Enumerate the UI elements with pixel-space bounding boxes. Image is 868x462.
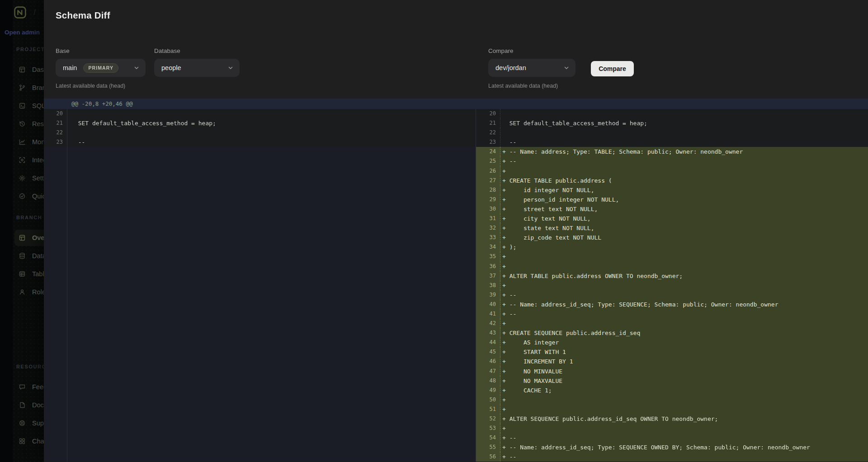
diff-row: 27+ CREATE TABLE public.address ( (44, 176, 868, 185)
diff-right-line-content: + INCREMENT BY 1 (500, 357, 868, 366)
diff-row: 45+ START WITH 1 (44, 347, 868, 357)
diff-left-line-content (67, 452, 476, 462)
diff-right-line-number: 39 (476, 290, 500, 300)
diff-left-line-number (44, 367, 67, 376)
diff-left-line-number (44, 185, 67, 195)
diff-row: 46+ INCREMENT BY 1 (44, 357, 868, 366)
base-branch-select[interactable]: main PRIMARY (56, 59, 146, 77)
diff-right-line-number: 41 (476, 309, 500, 319)
modal-backdrop[interactable] (0, 0, 44, 462)
diff-left-line-content (67, 109, 476, 118)
diff-right-line-number: 36 (476, 262, 500, 271)
diff-row: 54+ -- (44, 433, 868, 443)
diff-row: 44+ AS integer (44, 338, 868, 347)
diff-left-line-number (44, 233, 67, 242)
diff-left-line-number (44, 452, 67, 462)
diff-right-line-number: 24 (476, 147, 500, 156)
diff-left-line-number (44, 357, 67, 366)
chevron-down-icon (134, 65, 139, 71)
diff-left-line-number (44, 347, 67, 357)
diff-right-line-content: + -- Name: address_id_seq; Type: SEQUENC… (500, 300, 868, 309)
diff-row: 2020 (44, 109, 868, 118)
diff-left-line-content (67, 233, 476, 242)
diff-hunk-header: @@ -20,8 +20,46 @@ (44, 99, 868, 109)
diff-right-line-content: + AS integer (500, 338, 868, 347)
diff-right-line-number: 45 (476, 347, 500, 357)
diff-left-line-number (44, 204, 67, 214)
diff-left-line-content (67, 271, 476, 281)
diff-row: 48+ NO MAXVALUE (44, 376, 868, 386)
diff-left-line-content: -- (67, 137, 476, 147)
compare-branch-select[interactable]: dev/jordan (488, 59, 576, 77)
diff-left-line-number (44, 176, 67, 185)
diff-row: 42+ (44, 319, 868, 328)
diff-right-line-number: 55 (476, 443, 500, 452)
base-helper-text: Latest available data (head) (56, 83, 125, 89)
diff-row: 55+ -- Name: address_id_seq; Type: SEQUE… (44, 443, 868, 452)
compare-button[interactable]: Compare (591, 61, 634, 76)
diff-left-line-content (67, 156, 476, 166)
diff-right-line-number: 27 (476, 176, 500, 185)
diff-left-line-content (67, 319, 476, 328)
diff-right-line-number: 22 (476, 128, 500, 137)
diff-left-line-number (44, 271, 67, 281)
diff-right-line-content: + ALTER SEQUENCE public.address_id_seq O… (500, 414, 868, 424)
diff-right-line-number: 35 (476, 252, 500, 261)
diff-left-line-number (44, 281, 67, 290)
diff-left-line-content (67, 347, 476, 357)
diff-left-line-content (67, 176, 476, 185)
diff-left-line-number (44, 309, 67, 319)
diff-right-line-number: 26 (476, 166, 500, 176)
diff-right-line-content: + NO MINVALUE (500, 367, 868, 376)
database-value: people (161, 64, 181, 71)
diff-right-line-content: + street text NOT NULL, (500, 204, 868, 214)
diff-left-line-content (67, 443, 476, 452)
diff-row: 31+ city text NOT NULL, (44, 214, 868, 223)
diff-right-line-content: + (500, 424, 868, 433)
diff-right-line-content: -- (500, 137, 868, 147)
diff-right-line-number: 42 (476, 319, 500, 328)
diff-left-line-content (67, 395, 476, 405)
diff-right-line-number: 37 (476, 271, 500, 281)
diff-right-line-number: 43 (476, 328, 500, 338)
diff-left-line-number (44, 395, 67, 405)
diff-row: 29+ person_id integer NOT NULL, (44, 195, 868, 204)
diff-right-line-number: 21 (476, 118, 500, 128)
diff-right-line-number: 32 (476, 223, 500, 233)
diff-right-line-number: 49 (476, 386, 500, 395)
diff-right-line-number: 54 (476, 433, 500, 443)
database-select[interactable]: people (154, 59, 240, 77)
diff-right-line-number: 50 (476, 395, 500, 405)
diff-left-line-number (44, 376, 67, 386)
diff-left-line-content: SET default_table_access_method = heap; (67, 118, 476, 128)
diff-row: 23 --23 -- (44, 137, 868, 147)
diff-row: 25+ -- (44, 156, 868, 166)
diff-right-line-content: + CREATE TABLE public.address ( (500, 176, 868, 185)
diff-left-line-content (67, 357, 476, 366)
diff-right-line-content: + ); (500, 242, 868, 252)
diff-right-line-content: + (500, 262, 868, 271)
diff-left-line-number (44, 300, 67, 309)
diff-left-line-number (44, 252, 67, 261)
diff-left-line-content (67, 433, 476, 443)
diff-right-line-number: 25 (476, 156, 500, 166)
diff-right-line-number: 38 (476, 281, 500, 290)
diff-right-line-content: + (500, 319, 868, 328)
diff-viewer: @@ -20,8 +20,46 @@ 202021 SET default_ta… (44, 99, 868, 462)
diff-left-line-number (44, 214, 67, 223)
diff-right-line-number: 20 (476, 109, 500, 118)
diff-right-line-number: 30 (476, 204, 500, 214)
diff-left-line-content (67, 185, 476, 195)
diff-right-line-content: + ALTER TABLE public.address OWNER TO ne… (500, 271, 868, 281)
diff-row: 2222 (44, 128, 868, 137)
diff-right-line-number: 28 (476, 185, 500, 195)
diff-right-line-content: + CREATE SEQUENCE public.address_id_seq (500, 328, 868, 338)
compare-label: Compare (488, 47, 514, 54)
schema-diff-drawer: Schema Diff Base main PRIMARY Latest ava… (44, 0, 868, 462)
diff-left-line-number (44, 195, 67, 204)
diff-left-line-content (67, 242, 476, 252)
chevron-down-icon (228, 65, 233, 71)
diff-right-line-content: + -- Name: address; Type: TABLE; Schema:… (500, 147, 868, 156)
diff-left-line-content (67, 414, 476, 424)
diff-right-line-number: 29 (476, 195, 500, 204)
